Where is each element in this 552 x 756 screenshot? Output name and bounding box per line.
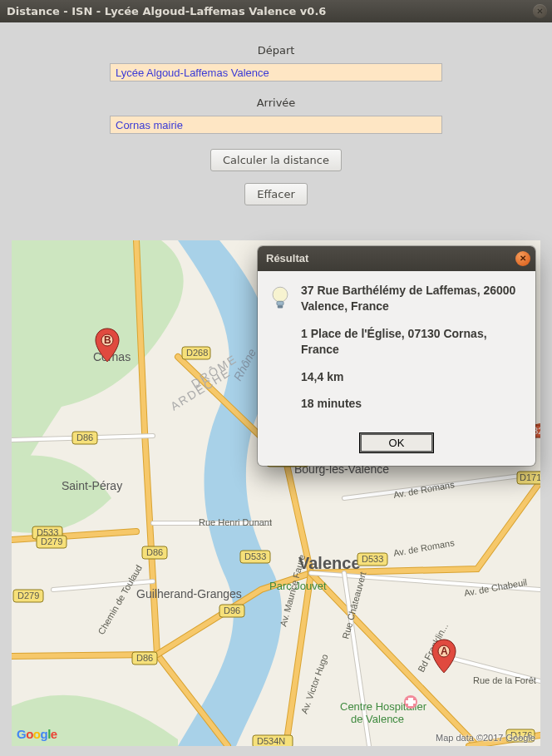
svg-rect-40 [278,305,283,308]
form-area: Départ Arrivée Calculer la distance Effa… [0,22,552,205]
window-client: Départ Arrivée Calculer la distance Effa… [0,22,552,756]
svg-text:D86: D86 [136,653,153,663]
result-dialog: Résultat ✕ 37 Rue Barthélémy de Laffemas… [258,246,535,466]
svg-text:D86: D86 [76,432,93,442]
result-text-block: 37 Rue Barthélémy de Laffemas, 26000 Val… [301,283,522,423]
result-address-from: 37 Rue Barthélémy de Laffemas, 26000 Val… [301,283,522,314]
lightbulb-icon [269,284,291,313]
street-henri-dunant: Rue Henri Dunant [199,517,272,527]
shield-d86-a: D86 [72,432,97,444]
close-icon[interactable]: ✕ [533,4,547,18]
window-title: Distance - ISN - Lycée Algoud-Laffemas V… [7,5,326,17]
google-logo: Google [17,727,57,741]
shield-d533-b: D533 [240,551,270,563]
svg-text:D534N: D534N [257,736,285,746]
close-icon[interactable]: ✕ [515,251,530,266]
shield-d86-c: D86 [132,652,157,665]
svg-text:D268: D268 [186,348,208,358]
svg-text:D533: D533 [244,551,266,561]
map-attribution: Map data ©2017 Google [436,733,535,743]
shield-d279-b: D279 [13,590,43,602]
shield-d533-c: D533 [357,553,387,566]
arrivee-input[interactable] [110,116,442,134]
map-label-guilherand: Guilherand-Granges [136,587,242,600]
result-duration: 18 minutes [301,396,522,412]
result-address-to: 1 Place de l'Église, 07130 Cornas, Franc… [301,326,522,358]
shield-d171: D171 [517,472,540,484]
result-distance: 14,4 km [301,369,522,385]
svg-text:D96: D96 [224,605,240,615]
shield-d534n: D534N [253,735,293,746]
window-titlebar: Distance - ISN - Lycée Algoud-Laffemas V… [0,0,552,22]
result-titlebar: Résultat ✕ [258,246,535,271]
svg-rect-39 [277,301,283,305]
street-foret: Rue de la Forêt [473,675,536,685]
depart-label: Départ [0,44,552,57]
clear-button[interactable]: Effacer [244,183,308,205]
shield-d96: D96 [219,605,244,617]
calculate-button[interactable]: Calculer la distance [210,149,342,171]
svg-text:B: B [104,334,111,346]
svg-text:D533: D533 [362,554,383,564]
hospital-icon [404,695,417,709]
svg-text:D279: D279 [17,590,39,600]
ok-button[interactable]: OK [360,433,433,452]
map-label-hospital-2: de Valence [351,713,404,725]
svg-rect-33 [406,700,416,704]
svg-text:D86: D86 [146,547,163,557]
svg-point-38 [273,287,288,302]
svg-text:A: A [441,645,448,657]
svg-text:D279: D279 [41,536,62,546]
shield-d268: D268 [182,347,210,359]
depart-input[interactable] [110,63,442,82]
shield-d279-a: D279 [37,536,67,548]
map-label-valence: Valence [298,554,361,572]
result-title: Résultat [266,252,308,264]
svg-text:D171: D171 [520,472,540,482]
arrivee-label: Arrivée [0,96,552,109]
map-label-saint-peray: Saint-Péray [62,479,122,492]
shield-d86-b: D86 [142,546,167,559]
